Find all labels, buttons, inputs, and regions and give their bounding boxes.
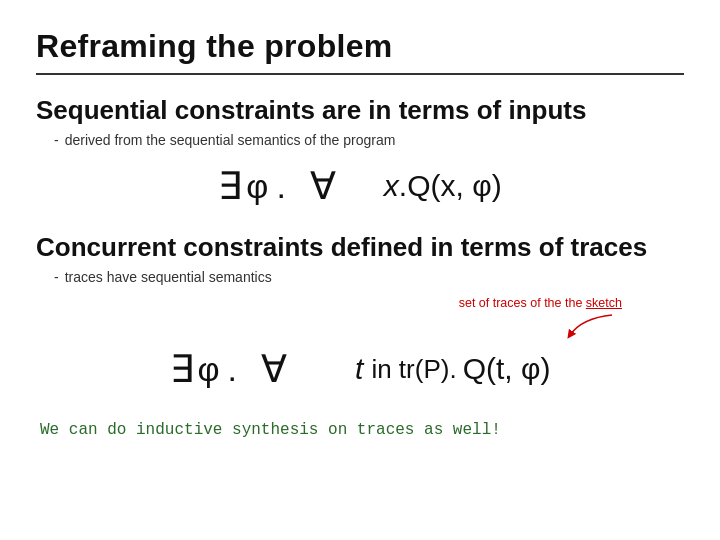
- annotation-sketch: sketch: [586, 296, 622, 310]
- bullet-dash2: -: [54, 269, 59, 285]
- section1: Sequential constraints are in terms of i…: [36, 95, 684, 228]
- formula1-body: x.Q(x, φ): [384, 169, 502, 203]
- section2: Concurrent constraints defined in terms …: [36, 232, 684, 413]
- slide: Reframing the problem Sequential constra…: [0, 0, 720, 540]
- formula1-dot: .: [276, 167, 285, 206]
- annotation-text: set of traces of the the sketch: [459, 296, 622, 310]
- formula2: ∃ φ . ∀ t in tr(P). Q(t, φ): [36, 347, 684, 391]
- section1-heading: Sequential constraints are in terms of i…: [36, 95, 684, 126]
- formula2-dot: .: [228, 350, 237, 389]
- section1-bullet: - derived from the sequential semantics …: [54, 132, 684, 148]
- formula1-phi: φ: [246, 167, 268, 206]
- bullet-dash: -: [54, 132, 59, 148]
- arrow-icon: [562, 313, 622, 343]
- section2-bullet-text: traces have sequential semantics: [65, 269, 272, 285]
- section1-bullet-text: derived from the sequential semantics of…: [65, 132, 396, 148]
- formula1: ∃ φ . ∀ x.Q(x, φ): [36, 164, 684, 208]
- formula2-exists: ∃: [170, 347, 194, 391]
- formula2-in: in tr(P).: [371, 354, 456, 385]
- formula2-t: t: [355, 352, 363, 386]
- formula1-exists: ∃: [218, 164, 242, 208]
- section2-bullet: - traces have sequential semantics: [54, 269, 684, 285]
- formula2-forall: ∀: [261, 347, 287, 391]
- formula2-body: Q(t, φ): [463, 352, 551, 386]
- closing-line: We can do inductive synthesis on traces …: [40, 421, 684, 439]
- section2-heading: Concurrent constraints defined in terms …: [36, 232, 684, 263]
- formula2-phi: φ: [198, 350, 220, 389]
- formula1-forall: ∀: [310, 164, 336, 208]
- title-area: Reframing the problem: [36, 28, 684, 75]
- annotation-static: set of traces of the: [459, 296, 562, 310]
- annotation-container: set of traces of the the sketch: [459, 293, 622, 343]
- slide-title: Reframing the problem: [36, 28, 684, 65]
